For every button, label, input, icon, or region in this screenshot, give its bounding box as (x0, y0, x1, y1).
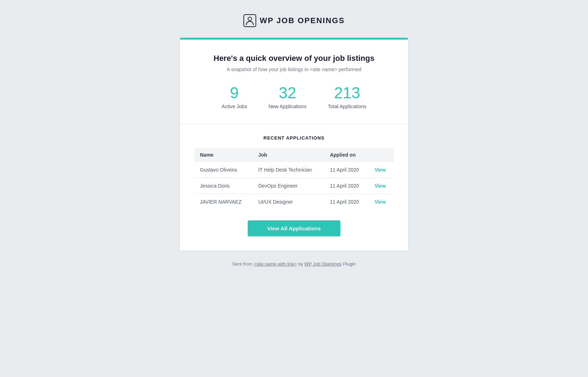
view-application-link[interactable]: View (375, 199, 386, 205)
svg-point-1 (248, 17, 252, 21)
overview-section: Here's a quick overview of your job list… (180, 40, 408, 124)
cell-name: JAVIER NARVAEZ (194, 194, 253, 210)
stat-number-active-jobs: 9 (230, 85, 238, 101)
footer-text-prefix: Sent from (232, 261, 254, 267)
stat-new-applications: 32 New Applications (268, 85, 306, 109)
cell-applied-on: 11 April 2020 (324, 194, 369, 210)
cell-job: DevOps Engineer (253, 178, 324, 194)
col-header-name: Name (194, 148, 253, 162)
footer-text-suffix: Plugin (342, 261, 356, 267)
cell-applied-on: 11 April 2020 (324, 178, 369, 194)
table-row: JAVIER NARVAEZUI/UX Designer11 April 202… (194, 194, 394, 210)
cell-name: Gustavo Oliveira (194, 162, 253, 178)
header-title: WP JOB OPENINGS (260, 16, 345, 25)
footer-text-middle: by (297, 261, 304, 267)
col-header-applied-on: Applied on (324, 148, 369, 162)
overview-title: Here's a quick overview of your job list… (198, 54, 390, 63)
cell-action[interactable]: View (369, 178, 394, 194)
table-row: Gustavo OliveiraIT Help Desk Technician1… (194, 162, 394, 178)
view-application-link[interactable]: View (375, 183, 386, 189)
stats-row: 9 Active Jobs 32 New Applications 213 To… (198, 85, 390, 109)
main-card: Here's a quick overview of your job list… (180, 38, 408, 251)
stat-number-new-applications: 32 (279, 85, 296, 101)
applications-table: Name Job Applied on Gustavo OliveiraIT H… (194, 148, 394, 210)
col-header-job: Job (253, 148, 324, 162)
cell-action[interactable]: View (369, 194, 394, 210)
stat-label-new-applications: New Applications (268, 104, 306, 109)
wp-job-openings-icon (243, 14, 256, 27)
cell-job: UI/UX Designer (253, 194, 324, 210)
overview-subtitle: A snapshot of how your job listings in <… (198, 67, 390, 72)
stat-label-total-applications: Total Applications (328, 104, 366, 109)
cell-applied-on: 11 April 2020 (324, 162, 369, 178)
stat-total-applications: 213 Total Applications (328, 85, 366, 109)
stat-number-total-applications: 213 (334, 85, 360, 101)
table-header-row: Name Job Applied on (194, 148, 394, 162)
view-all-applications-button[interactable]: View All Applications (248, 220, 340, 236)
view-application-link[interactable]: View (375, 167, 386, 173)
cell-action[interactable]: View (369, 162, 394, 178)
footer-plugin-link[interactable]: WP Job Openings (304, 261, 342, 267)
page-header: WP JOB OPENINGS (243, 14, 345, 27)
col-header-action (369, 148, 394, 162)
table-row: Jessica DorisDevOps Engineer11 April 202… (194, 178, 394, 194)
recent-applications-title: RECENT APPLICATIONS (194, 135, 394, 141)
stat-label-active-jobs: Active Jobs (222, 104, 247, 109)
footer: Sent from <site name with link> by WP Jo… (232, 261, 356, 267)
cell-name: Jessica Doris (194, 178, 253, 194)
footer-site-link[interactable]: <site name with link> (254, 261, 297, 267)
recent-applications-section: RECENT APPLICATIONS Name Job Applied on … (180, 124, 408, 251)
cell-job: IT Help Desk Technician (253, 162, 324, 178)
stat-active-jobs: 9 Active Jobs (222, 85, 247, 109)
